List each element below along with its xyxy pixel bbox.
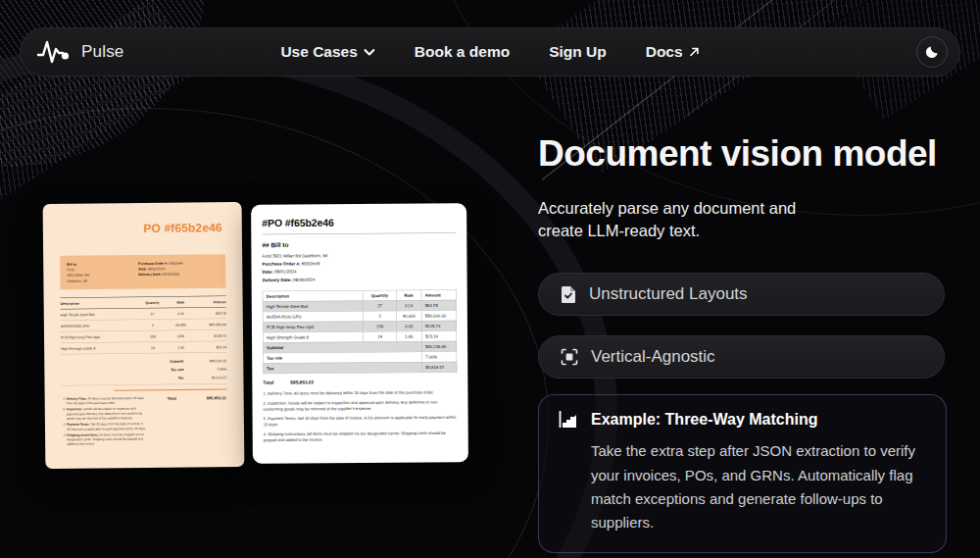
moon-icon — [924, 44, 940, 60]
po-term: Delivery Time: All items must be deliver… — [67, 395, 146, 405]
po-term: Shipping Instructions: All items must be… — [264, 431, 458, 443]
po-title: PO #f65b2e46 — [60, 221, 225, 236]
po-number: f65b2e46 — [302, 261, 320, 266]
subtotal-value: $80,236.65 — [196, 359, 226, 363]
total-label: Total — [263, 380, 273, 385]
document-po-parsed: #PO #f65b2e46 ## Bill to Ford 3921 Mille… — [251, 203, 468, 464]
po-total: Total $85,853.22 — [155, 394, 228, 446]
po-term: Inspection: Goods will be subject to ins… — [263, 399, 457, 412]
col-header: Quantity — [136, 301, 168, 305]
nav-links: Use Cases Book a demo Sign Up Docs — [280, 43, 699, 61]
po-number-label: Purchase Order #: — [262, 262, 300, 267]
delivery-date-label: Delivery Date: — [263, 278, 292, 282]
nav-item-label: Docs — [646, 43, 683, 61]
total-value: $85,853.22 — [207, 395, 227, 446]
po-md-bill-to: ## Bill to — [262, 240, 456, 249]
pulse-logo[interactable]: Pulse — [36, 37, 124, 67]
feature-pill-unstructured-layouts[interactable]: Unstructured Layouts — [538, 273, 945, 316]
total-label: Total — [168, 396, 177, 447]
example-body: Take the extra step after JSON extractio… — [591, 439, 924, 534]
po-term: Payment Terms: Net 30 days from the date… — [264, 415, 458, 428]
feature-label: Vertical-Agnostic — [591, 347, 715, 367]
po-md-table: Description Quantity Rate Amount High Te… — [263, 289, 458, 374]
po-billing-box: Bill to Ford 3921 Miller Rd Dearborn, MI… — [60, 254, 225, 289]
total-value: $85,853.22 — [290, 380, 314, 385]
chevron-down-icon — [365, 49, 375, 56]
tax-rate-label: Tax rate — [171, 368, 183, 372]
date-label: Date: — [138, 268, 147, 272]
nav-item-sign-up[interactable]: Sign Up — [549, 43, 607, 61]
po-term: Delivery Time: All items must be deliver… — [263, 389, 457, 396]
po-total: Total $85,853.22 — [263, 379, 457, 385]
bar-chart-icon — [559, 410, 578, 429]
document-po-original-content: PO #f65b2e46 Bill to Ford 3921 Miller Rd… — [43, 202, 245, 461]
divider — [262, 232, 456, 234]
po-number: f65b2e46 — [169, 262, 183, 266]
po-table: Description Quantity Rate Amount High Te… — [61, 295, 227, 354]
po-summary: Subtotal$80,236.65 Tax rate7.00% Tax$5,6… — [61, 356, 226, 385]
nav-item-label: Sign Up — [549, 43, 607, 61]
document-po-parsed-content: #PO #f65b2e46 ## Bill to Ford 3921 Mille… — [251, 203, 468, 460]
pulse-waveform-icon — [36, 37, 72, 67]
po-terms-list: Delivery Time: All items must be deliver… — [263, 389, 457, 443]
po-md-title: #PO #f65b2e46 — [262, 216, 456, 228]
nav-item-use-cases[interactable]: Use Cases — [280, 43, 374, 61]
tax-value: $5,616.57 — [196, 376, 226, 380]
document-check-icon — [561, 285, 576, 304]
delivery-date-value: 08/30/2024 — [163, 273, 180, 277]
col-header: Description — [61, 301, 137, 305]
po-number-label: Purchase Order #: — [138, 262, 168, 266]
po-term: Shipping Instructions: All items must be… — [67, 431, 146, 446]
date-value: 08/01/2024 — [148, 267, 166, 271]
hero-subtitle: Accurately parse any document and create… — [538, 197, 832, 244]
divider — [115, 388, 227, 390]
hero-section: Document vision model Accurately parse a… — [538, 133, 948, 553]
po-term: Inspection: Goods will be subject to ins… — [67, 406, 146, 421]
document-po-original: PO #f65b2e46 Bill to Ford 3921 Miller Rd… — [43, 202, 245, 469]
po-terms-list: Delivery Time: All items must be deliver… — [62, 395, 147, 447]
theme-toggle-button[interactable] — [916, 36, 948, 68]
date-label: Date: — [263, 270, 273, 275]
col-header: Rate — [168, 300, 192, 304]
scan-frame-icon — [561, 348, 578, 366]
navbar: Pulse Use Cases Book a demo Sign Up Docs — [20, 27, 960, 76]
tax-rate-value: 7.00% — [196, 367, 226, 371]
date-value: 08/01/2024 — [274, 270, 297, 275]
background-decoration — [0, 0, 206, 167]
nav-item-label: Book a demo — [415, 43, 510, 61]
po-term: Payment Terms: Net 30 days from the date… — [67, 422, 146, 431]
delivery-date-label: Delivery Date: — [138, 273, 161, 277]
subtotal-label: Subtotal — [170, 359, 183, 363]
po-tax-row: Tax $5,616.57 — [263, 362, 457, 374]
nav-item-docs[interactable]: Docs — [646, 43, 700, 61]
feature-pill-vertical-agnostic[interactable]: Vertical-Agnostic — [538, 335, 945, 379]
col-header: Amount — [193, 300, 226, 304]
page-title: Document vision model — [538, 133, 948, 176]
nav-item-book-a-demo[interactable]: Book a demo — [415, 43, 510, 61]
example-card: Example: Three-Way Matching Take the ext… — [538, 394, 947, 552]
address-line: Dearborn, MI — [67, 278, 138, 283]
example-title: Example: Three-Way Matching — [591, 411, 817, 429]
brand-name: Pulse — [81, 42, 124, 62]
feature-label: Unstructured Layouts — [589, 284, 748, 304]
tax-label: Tax — [178, 376, 184, 380]
po-table-row: High-Strength Grade 8 14 1.65 $23.14 — [61, 341, 226, 354]
delivery-date-value: 08/30/2024 — [293, 278, 316, 282]
nav-item-label: Use Cases — [280, 43, 357, 61]
external-link-icon — [690, 47, 700, 57]
